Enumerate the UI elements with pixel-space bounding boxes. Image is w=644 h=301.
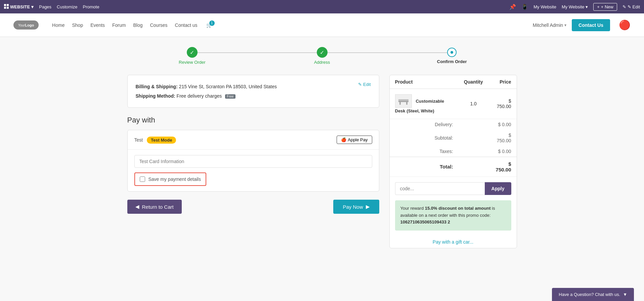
apple-pay-button[interactable]: 🍎 Apple Pay [337, 136, 372, 144]
edit-button[interactable]: ✎ ✎ Edit [622, 4, 640, 9]
edit-pencil-icon: ✎ [358, 82, 362, 87]
navbar: YourLogo Home Shop Events Forum Blog Cou… [0, 13, 644, 37]
pay-now-button[interactable]: Pay Now ▶ [333, 200, 379, 214]
save-payment-label: Save my payment details [148, 177, 201, 182]
promo-section: Apply [390, 177, 517, 200]
product-col-header: Product [390, 75, 459, 89]
step-circle-review: ✓ [187, 47, 198, 58]
website-button[interactable]: WEBSITE ▾ [4, 4, 34, 10]
svg-rect-2 [4, 7, 6, 9]
save-payment-wrap: Save my payment details [134, 172, 206, 186]
subtotal-label: Subtotal: [390, 130, 459, 146]
taxes-value: $ 0.00 [488, 146, 517, 157]
reward-section: Your reward 15.0% discount on total amou… [395, 200, 511, 231]
nav-contact-us[interactable]: Contact us [175, 22, 198, 28]
payment-test-section: Test Test Mode [134, 137, 176, 143]
product-image [395, 94, 412, 108]
shipping-info: Shipping Method: Free delivery charges F… [136, 91, 358, 101]
logo-text: YourLogo [18, 23, 34, 27]
my-website-label[interactable]: My Website [533, 4, 556, 9]
step-address: ✓ Address [257, 47, 387, 65]
svg-rect-6 [406, 102, 407, 105]
cart-badge: 1 [209, 20, 215, 26]
svg-rect-5 [399, 102, 401, 105]
step-review-order: ✓ Review Order [127, 47, 257, 65]
billing-header: Billing & Shipping: 215 Vine St, Scranto… [136, 82, 371, 101]
subtotal-qty [459, 130, 488, 146]
logo[interactable]: YourLogo [13, 20, 39, 30]
billing-label: Billing & Shipping: [136, 84, 178, 89]
delivery-label: Delivery: [390, 119, 459, 130]
step-label-confirm: Confirm Order [437, 59, 467, 64]
admin-name[interactable]: Mitchell Admin ▾ [533, 22, 566, 28]
cart-icon-wrap[interactable]: 🛒 1 [206, 22, 212, 28]
test-label: Test [134, 137, 143, 143]
admin-bar-right: 📌 📱 My Website My Website ▾ + + New ✎ ✎ … [509, 3, 640, 11]
admin-bar: WEBSITE ▾ Pages Customize Promote 📌 📱 My… [0, 0, 644, 13]
billing-info: Billing & Shipping: 215 Vine St, Scranto… [136, 82, 358, 91]
product-cell: Customizable Desk (Steel, White) [390, 89, 459, 119]
checkout-layout: Billing & Shipping: 215 Vine St, Scranto… [127, 75, 517, 248]
nav-forum[interactable]: Forum [112, 22, 126, 28]
grid-icon [4, 4, 9, 10]
nav-home[interactable]: Home [52, 22, 65, 28]
contact-us-button[interactable]: Contact Us [572, 19, 610, 31]
save-payment-checkbox[interactable] [140, 177, 145, 182]
apply-button[interactable]: Apply [485, 182, 511, 195]
nav-events[interactable]: Events [90, 22, 105, 28]
website-label: WEBSITE [10, 4, 30, 9]
new-button[interactable]: + + New [593, 3, 617, 11]
card-info-input[interactable] [134, 155, 372, 168]
subtotal-value: $ 750.00 [488, 130, 517, 146]
taxes-label: Taxes: [390, 146, 459, 157]
nav-blog[interactable]: Blog [133, 22, 142, 28]
apple-icon: 🍎 [341, 137, 346, 142]
return-to-cart-button[interactable]: ◀ Return to Cart [127, 200, 182, 214]
new-label: + New [601, 4, 613, 9]
mobile-icon[interactable]: 📱 [521, 4, 528, 10]
table-header-row: Product Quantity Price [390, 75, 517, 89]
btn-row: ◀ Return to Cart Pay Now ▶ [127, 200, 379, 214]
promo-input[interactable] [395, 182, 485, 195]
customize-link[interactable]: Customize [57, 4, 77, 9]
pages-link[interactable]: Pages [39, 4, 51, 9]
plus-icon: + [597, 4, 600, 9]
nav-right: Mitchell Admin ▾ Contact Us 🔴 [533, 19, 631, 31]
total-row: Total: $ 750.00 [390, 157, 517, 177]
svg-rect-3 [7, 7, 9, 9]
step-circle-address: ✓ [317, 47, 328, 58]
nav-shop[interactable]: Shop [72, 22, 83, 28]
delivery-qty [459, 119, 488, 130]
edit-link[interactable]: ✎ Edit [358, 82, 371, 87]
checkout-right: Product Quantity Price Customizable Desk [389, 75, 517, 248]
return-to-cart-label: Return to Cart [142, 204, 174, 210]
pencil-icon: ✎ [622, 4, 626, 9]
chevron-down-icon: ▾ [564, 23, 566, 28]
promote-link[interactable]: Promote [83, 4, 99, 9]
step-confirm-order: Confirm Order [387, 48, 517, 64]
taxes-row: Taxes: $ 0.00 [390, 146, 517, 157]
taxes-qty [459, 146, 488, 157]
gift-card-link[interactable]: Pay with a gift car... [390, 236, 517, 248]
billing-address: 215 Vine St, Scranton PA 18503, United S… [179, 84, 277, 89]
billing-card: Billing & Shipping: 215 Vine St, Scranto… [127, 75, 379, 108]
my-website-text[interactable]: My Website ▾ [562, 4, 588, 9]
admin-bar-left: WEBSITE ▾ Pages Customize Promote [4, 4, 99, 10]
reward-highlight: 15.0% discount on total amount [425, 206, 491, 211]
test-mode-badge: Test Mode [147, 137, 176, 144]
pay-with-title: Pay with [127, 116, 379, 124]
shipping-method: Free delivery charges [177, 93, 222, 99]
reward-text: Your reward [400, 206, 425, 211]
payment-card: Test Test Mode 🍎 Apple Pay Save my payme… [127, 130, 379, 192]
nav-links: Home Shop Events Forum Blog Courses Cont… [52, 22, 212, 28]
card-input-section: Save my payment details [128, 150, 379, 191]
chevron-down-icon: ▾ [31, 4, 34, 9]
total-qty [459, 157, 488, 177]
admin-name-text: Mitchell Admin [533, 22, 563, 28]
quantity-col-header: Quantity [459, 75, 488, 89]
nav-courses[interactable]: Courses [150, 22, 167, 28]
free-badge: Free [225, 94, 235, 99]
billing-text: Billing & Shipping: 215 Vine St, Scranto… [136, 82, 358, 101]
edit-label: ✎ Edit [628, 4, 640, 9]
reward-code: 1062710635065109433 2 [400, 219, 450, 224]
